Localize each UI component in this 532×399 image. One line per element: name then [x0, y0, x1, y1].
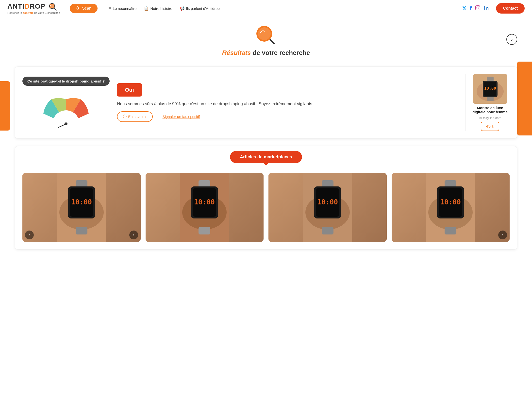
scan-search-icon	[76, 6, 80, 11]
svg-text:10:00: 10:00	[440, 198, 461, 206]
mp-next-button-4[interactable]: ›	[498, 231, 507, 239]
svg-text:10:00: 10:00	[71, 198, 92, 206]
svg-rect-30	[199, 227, 210, 234]
svg-rect-5	[476, 5, 480, 10]
book-icon: 📋	[144, 6, 149, 11]
product-name: Montre de luxe digitale pour femme	[470, 106, 510, 114]
marketplace-product-1[interactable]: 10:00 ‹ ›	[22, 173, 141, 242]
svg-point-13	[65, 122, 67, 125]
verdict-section: Oui Nous sommes sûrs à plus de 99% que c…	[117, 83, 458, 122]
instagram-icon[interactable]	[475, 5, 481, 12]
product-site: 🖥 fairy-led.com	[479, 116, 501, 120]
svg-line-10	[270, 40, 274, 44]
contact-button[interactable]: Contact	[496, 3, 525, 14]
product-image: 10:00	[473, 74, 507, 104]
nav-ils-parlent[interactable]: 📢 Ils parlent d'Antidrop	[180, 6, 220, 11]
logo-area: ANTIDROP Reprenez le contrôle de votre E…	[7, 2, 60, 14]
main-content: Ce site pratique-t-il le dropshipping ab…	[0, 62, 532, 254]
product-price-button[interactable]: 45 €	[481, 122, 499, 131]
mp-product-img-1: 10:00	[22, 173, 141, 242]
marketplace-title: Articles de marketplaces	[230, 151, 302, 163]
logo-rop: ROP	[30, 2, 45, 10]
hero-title: Résultats de votre recherche	[222, 49, 310, 57]
info-icon: ⓘ	[123, 114, 127, 119]
gauge-question: Ce site pratique-t-il le dropshipping ab…	[22, 77, 110, 86]
mp-product-img-4: 10:00	[392, 173, 510, 242]
svg-text:10:00: 10:00	[317, 198, 338, 206]
product-card: 10:00 Montre de luxe digitale pour femme…	[465, 74, 510, 131]
marketplace-header: Articles de marketplaces	[15, 146, 517, 168]
mp-next-button-1[interactable]: ›	[129, 231, 138, 239]
mp-watch-svg-4: 10:00	[426, 173, 475, 242]
logo-text: ANTIDROP	[7, 2, 60, 11]
mp-watch-svg-3: 10:00	[303, 173, 352, 242]
mp-watch-svg-2: 10:00	[180, 173, 229, 242]
logo-d: D	[24, 2, 30, 10]
logo-anti: ANTI	[7, 2, 24, 10]
orange-deco-left	[0, 81, 10, 131]
verdict-actions: ⓘ En savoir + Signaler un faux positif	[117, 111, 458, 122]
gauge-container	[32, 89, 100, 129]
product-watch-svg: 10:00	[475, 75, 505, 102]
orange-deco-right	[517, 62, 532, 135]
megaphone-icon: 📢	[180, 6, 185, 11]
verdict-text: Nous sommes sûrs à plus de 99% que c'est…	[117, 100, 458, 107]
next-arrow-button[interactable]: ›	[506, 34, 517, 45]
facebook-icon[interactable]: f	[470, 5, 472, 12]
social-icons: 𝕏 f in	[462, 5, 489, 12]
svg-text:10:00: 10:00	[484, 86, 496, 91]
linkedin-icon[interactable]: in	[484, 5, 489, 12]
marketplace-products: 10:00 ‹ ›	[15, 168, 517, 242]
svg-point-7	[479, 6, 479, 7]
nav-le-reconnaitre[interactable]: 👁 Le reconnaître	[107, 6, 137, 11]
gauge-section: Ce site pratique-t-il le dropshipping ab…	[22, 77, 110, 129]
marketplace-product-2[interactable]: 10:00	[146, 173, 264, 242]
gauge-svg	[32, 89, 100, 129]
result-card: Ce site pratique-t-il le dropshipping ab…	[15, 66, 517, 139]
logo-subtitle: Reprenez le contrôle de votre E-shopping…	[7, 11, 60, 14]
marketplace-product-4[interactable]: 10:00 ›	[392, 173, 510, 242]
marketplace-section: Articles de marketplaces 10:00	[15, 146, 517, 249]
svg-rect-37	[322, 227, 333, 234]
header: ANTIDROP Reprenez le contrôle de votre E…	[0, 0, 532, 17]
marketplace-product-3[interactable]: 10:00	[268, 173, 387, 242]
nav-notre-histoire[interactable]: 📋 Notre histoire	[144, 6, 172, 11]
svg-rect-44	[445, 227, 456, 234]
eye-icon: 👁	[107, 6, 111, 11]
svg-point-3	[76, 7, 79, 9]
signaler-link[interactable]: Signaler un faux positif	[163, 115, 200, 119]
mp-product-img-3: 10:00	[268, 173, 387, 242]
site-icon: 🖥	[479, 116, 482, 120]
hero-logo-icon	[255, 24, 277, 47]
svg-point-1	[50, 4, 54, 8]
mp-prev-button-1[interactable]: ‹	[25, 231, 34, 239]
svg-text:10:00: 10:00	[194, 198, 215, 206]
oui-button[interactable]: Oui	[117, 83, 142, 97]
scan-button[interactable]: Scan	[70, 4, 97, 13]
hero-section: Résultats de votre recherche ›	[0, 17, 532, 62]
svg-point-9	[258, 27, 271, 40]
en-savoir-button[interactable]: ⓘ En savoir +	[117, 111, 152, 122]
mp-watch-svg-1: 10:00	[57, 173, 106, 242]
nav-links: 👁 Le reconnaître 📋 Notre histoire 📢 Ils …	[107, 6, 457, 11]
twitter-icon[interactable]: 𝕏	[462, 5, 466, 12]
svg-line-4	[79, 9, 80, 10]
logo-search-icon	[49, 2, 57, 11]
mp-product-img-2: 10:00	[146, 173, 264, 242]
svg-line-2	[54, 8, 56, 10]
svg-point-6	[477, 7, 479, 9]
svg-rect-23	[76, 227, 87, 234]
